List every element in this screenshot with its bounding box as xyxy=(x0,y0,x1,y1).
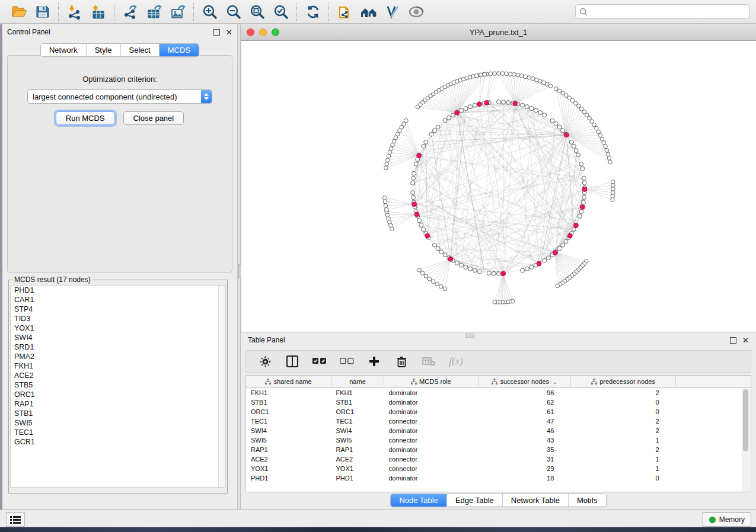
column-header-name[interactable]: name xyxy=(331,376,384,388)
table-cell: dominator xyxy=(384,473,479,483)
table-row[interactable]: SWI4SWI4dominator462 xyxy=(246,426,751,435)
tab-node-table[interactable]: Node Table xyxy=(391,494,447,507)
table-cell: dominator xyxy=(384,426,479,435)
tab-mcds[interactable]: MCDS xyxy=(160,44,199,56)
control-panel: Control Panel ✕ NetworkStyleSelectMCDS O… xyxy=(2,24,237,509)
tab-edge-table[interactable]: Edge Table xyxy=(447,494,503,507)
mcds-result-item[interactable]: PHD1 xyxy=(11,286,225,295)
window-close-button[interactable] xyxy=(247,28,254,36)
delete-column-icon[interactable] xyxy=(394,354,409,368)
select-all-icon[interactable] xyxy=(312,354,327,368)
table-row[interactable]: ACE2ACE2connector311 xyxy=(246,454,751,464)
table-cell: STB1 xyxy=(246,398,331,407)
birdseye-view-icon[interactable] xyxy=(407,3,426,21)
mcds-result-item[interactable]: TID3 xyxy=(11,314,225,323)
split-panel-icon[interactable] xyxy=(285,354,299,368)
optimization-criterion-label: Optimization criterion: xyxy=(8,75,232,84)
network-title: YPA_prune.txt_1 xyxy=(470,28,527,37)
memory-button[interactable]: Memory xyxy=(703,512,751,527)
table-body: FKH1FKH1dominator962STB1STB1dominator620… xyxy=(246,388,751,483)
mcds-list-scrollbar[interactable] xyxy=(218,286,225,487)
zoom-fit-icon[interactable] xyxy=(248,3,267,21)
search-box[interactable] xyxy=(575,4,750,19)
mcds-result-item[interactable]: ACE2 xyxy=(11,371,225,380)
table-row[interactable]: ORC1ORC1dominator610 xyxy=(246,407,751,416)
zoom-in-icon[interactable] xyxy=(200,3,219,21)
column-header-MCDS-role[interactable]: MCDS role xyxy=(384,376,479,388)
table-panel-grab-handle[interactable] xyxy=(465,334,474,338)
table-row[interactable]: YOX1YOX1connector291 xyxy=(246,464,751,473)
network-canvas[interactable] xyxy=(241,41,756,332)
table-cell: 0 xyxy=(571,473,676,483)
add-column-icon[interactable] xyxy=(367,354,381,368)
float-table-panel-icon[interactable] xyxy=(730,337,736,344)
mcds-result-item[interactable]: GCR1 xyxy=(11,437,225,447)
export-table-icon[interactable] xyxy=(145,3,164,21)
search-input[interactable] xyxy=(591,7,746,17)
tab-network[interactable]: Network xyxy=(41,44,87,56)
float-panel-icon[interactable] xyxy=(213,29,220,36)
mcds-result-item[interactable]: SWI4 xyxy=(11,333,225,342)
table-cell: 35 xyxy=(479,445,571,454)
table-row[interactable]: STB1STB1dominator620 xyxy=(246,398,751,407)
run-mcds-button[interactable]: Run MCDS xyxy=(56,111,115,125)
mcds-result-item[interactable]: CAR1 xyxy=(11,295,225,305)
share-document-icon[interactable] xyxy=(336,3,355,21)
status-bar: Memory xyxy=(0,509,756,527)
selected-option: largest connected component (undirected) xyxy=(28,92,201,101)
tab-network-table[interactable]: Network Table xyxy=(503,494,569,507)
close-table-panel-icon[interactable]: ✕ xyxy=(742,338,749,343)
tab-select[interactable]: Select xyxy=(121,44,160,56)
column-header-shared-name[interactable]: shared name xyxy=(246,376,331,388)
column-header-successor-nodes[interactable]: successor nodes⌄ xyxy=(479,376,571,388)
settings-gear-icon[interactable] xyxy=(258,354,272,368)
mcds-result-item[interactable]: STB5 xyxy=(11,380,225,390)
window-minimize-button[interactable] xyxy=(259,28,267,36)
table-row[interactable]: PHD1PHD1dominator180 xyxy=(246,473,751,483)
import-table-icon[interactable] xyxy=(89,3,108,21)
table-scrollbar-thumb[interactable] xyxy=(743,389,748,451)
close-panel-icon[interactable]: ✕ xyxy=(226,30,232,35)
close-panel-button[interactable]: Close panel xyxy=(123,111,184,125)
export-network-icon[interactable] xyxy=(121,3,140,21)
mcds-result-item[interactable]: RAP1 xyxy=(11,399,225,409)
export-image-icon[interactable] xyxy=(168,3,187,21)
table-cell: 31 xyxy=(479,454,571,464)
tab-motifs[interactable]: Motifs xyxy=(569,494,606,507)
memory-status-icon xyxy=(709,517,716,523)
table-scrollbar[interactable] xyxy=(742,388,750,492)
mcds-result-list[interactable]: PHD1CAR1STP4TID3YOX1SWI4SRD1PMA2FKH1ACE2… xyxy=(10,285,226,488)
deselect-all-icon[interactable] xyxy=(340,354,354,368)
mcds-result-item[interactable]: STP4 xyxy=(11,305,225,314)
zoom-out-icon[interactable] xyxy=(224,3,243,21)
mcds-result-item[interactable]: SWI5 xyxy=(11,418,225,428)
graphics-details-icon[interactable] xyxy=(383,3,402,21)
mcds-result-item[interactable]: TEC1 xyxy=(11,428,225,437)
tab-style[interactable]: Style xyxy=(87,44,121,56)
column-header-predecessor-nodes[interactable]: predecessor nodes xyxy=(571,376,676,388)
mcds-result-item[interactable]: FKH1 xyxy=(11,361,225,371)
mcds-tab-content: Optimization criterion: largest connecte… xyxy=(7,55,232,273)
zoom-selected-icon[interactable] xyxy=(272,3,291,21)
table-cell: PHD1 xyxy=(331,473,384,483)
table-cell: 2 xyxy=(571,388,676,398)
import-network-icon[interactable] xyxy=(65,3,84,21)
mcds-result-item[interactable]: YOX1 xyxy=(11,323,225,333)
network-graph[interactable] xyxy=(241,41,756,332)
home-icon[interactable] xyxy=(359,3,378,21)
open-file-icon[interactable] xyxy=(9,3,28,21)
table-row[interactable]: SWI5SWI5connector431 xyxy=(246,435,751,445)
save-session-icon[interactable] xyxy=(33,3,52,21)
optimization-criterion-select[interactable]: largest connected component (undirected) xyxy=(27,89,212,104)
table-row[interactable]: TEC1TEC1connector472 xyxy=(246,416,751,426)
mcds-result-item[interactable]: SRD1 xyxy=(11,342,225,352)
mcds-result-item[interactable]: PMA2 xyxy=(11,352,225,361)
refresh-icon[interactable] xyxy=(304,3,323,21)
window-zoom-button[interactable] xyxy=(272,28,279,36)
table-row[interactable]: FKH1FKH1dominator962 xyxy=(246,388,751,398)
mcds-result-item[interactable]: STB1 xyxy=(11,409,225,418)
task-history-button[interactable] xyxy=(6,512,25,527)
table-row[interactable]: RAP1RAP1dominator352 xyxy=(246,445,751,454)
mcds-result-item[interactable]: ORC1 xyxy=(11,390,225,399)
table-cell: dominator xyxy=(384,398,479,407)
